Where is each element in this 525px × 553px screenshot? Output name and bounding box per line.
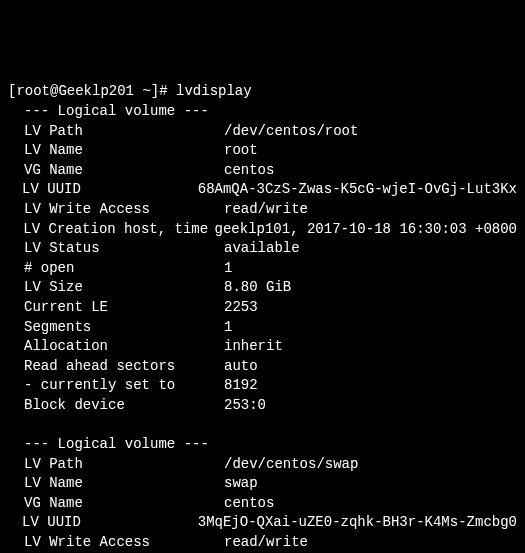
field-label: Block device: [24, 396, 224, 416]
indent: [8, 239, 24, 259]
field-label: LV Path: [24, 122, 224, 142]
field-label: LV Name: [24, 141, 224, 161]
indent: [8, 141, 24, 161]
field-row: Block device253:0: [8, 396, 517, 416]
indent: [8, 298, 24, 318]
indent: [8, 337, 24, 357]
volume-header: --- Logical volume ---: [8, 102, 517, 122]
field-value: read/write: [224, 200, 308, 220]
field-value: 253:0: [224, 396, 266, 416]
field-value: auto: [224, 357, 258, 377]
field-row: Read ahead sectorsauto: [8, 357, 517, 377]
field-row: - currently set to8192: [8, 376, 517, 396]
field-row: Allocationinherit: [8, 337, 517, 357]
field-row: LV Nameswap: [8, 474, 517, 494]
indent: [8, 396, 24, 416]
field-value: /dev/centos/root: [224, 122, 358, 142]
field-row: LV Write Accessread/write: [8, 200, 517, 220]
field-row: LV Statusavailable: [8, 239, 517, 259]
field-row: LV Creation host, timegeeklp101, 2017-10…: [8, 220, 517, 240]
field-value: centos: [224, 494, 274, 514]
field-label: LV Write Access: [24, 200, 224, 220]
field-label: VG Name: [24, 161, 224, 181]
field-value: 8.80 GiB: [224, 278, 291, 298]
field-label: # open: [24, 259, 224, 279]
command-text[interactable]: lvdisplay: [176, 83, 252, 99]
prompt-line[interactable]: [root@Geeklp201 ~]# lvdisplay: [8, 82, 517, 102]
field-row: LV Write Accessread/write: [8, 533, 517, 553]
field-label: Read ahead sectors: [24, 357, 224, 377]
field-value: 68AmQA-3CzS-Zwas-K5cG-wjeI-OvGj-Lut3Kx: [198, 180, 517, 200]
field-label: - currently set to: [24, 376, 224, 396]
field-value: geeklp101, 2017-10-18 16:30:03 +0800: [215, 220, 517, 240]
indent: [8, 161, 24, 181]
field-label: Allocation: [24, 337, 224, 357]
field-value: 8192: [224, 376, 258, 396]
field-value: 1: [224, 259, 232, 279]
indent: [8, 122, 24, 142]
indent: [8, 474, 24, 494]
indent: [8, 455, 24, 475]
volume-header: --- Logical volume ---: [8, 435, 517, 455]
field-value: centos: [224, 161, 274, 181]
indent: [8, 357, 24, 377]
field-label: LV Creation host, time: [23, 220, 214, 240]
field-row: LV Path/dev/centos/swap: [8, 455, 517, 475]
indent: [8, 180, 22, 200]
field-row: LV UUID3MqEjO-QXai-uZE0-zqhk-BH3r-K4Ms-Z…: [8, 513, 517, 533]
field-label: LV Name: [24, 474, 224, 494]
field-label: Current LE: [24, 298, 224, 318]
field-row: LV Size8.80 GiB: [8, 278, 517, 298]
field-value: available: [224, 239, 300, 259]
field-label: LV Path: [24, 455, 224, 475]
indent: [8, 494, 24, 514]
indent: [8, 220, 23, 240]
field-label: Segments: [24, 318, 224, 338]
field-value: /dev/centos/swap: [224, 455, 358, 475]
indent: [8, 533, 24, 553]
field-label: VG Name: [24, 494, 224, 514]
field-value: inherit: [224, 337, 283, 357]
field-label: LV Size: [24, 278, 224, 298]
field-label: LV UUID: [22, 180, 198, 200]
field-row: VG Namecentos: [8, 161, 517, 181]
field-label: LV Write Access: [24, 533, 224, 553]
field-value: 1: [224, 318, 232, 338]
indent: [8, 376, 24, 396]
indent: [8, 513, 22, 533]
indent: [8, 200, 24, 220]
field-label: LV Status: [24, 239, 224, 259]
indent: [8, 318, 24, 338]
field-value: swap: [224, 474, 258, 494]
terminal-output: [root@Geeklp201 ~]# lvdisplay--- Logical…: [8, 82, 517, 553]
field-row: Current LE2253: [8, 298, 517, 318]
indent: [8, 278, 24, 298]
field-row: # open1: [8, 259, 517, 279]
field-value: 3MqEjO-QXai-uZE0-zqhk-BH3r-K4Ms-Zmcbg0: [198, 513, 517, 533]
blank-line: [8, 415, 517, 435]
field-value: read/write: [224, 533, 308, 553]
indent: [8, 259, 24, 279]
field-value: root: [224, 141, 258, 161]
field-row: VG Namecentos: [8, 494, 517, 514]
shell-prompt: [root@Geeklp201 ~]#: [8, 83, 176, 99]
field-row: LV Nameroot: [8, 141, 517, 161]
field-label: LV UUID: [22, 513, 198, 533]
field-row: LV UUID68AmQA-3CzS-Zwas-K5cG-wjeI-OvGj-L…: [8, 180, 517, 200]
field-row: Segments1: [8, 318, 517, 338]
field-value: 2253: [224, 298, 258, 318]
field-row: LV Path/dev/centos/root: [8, 122, 517, 142]
